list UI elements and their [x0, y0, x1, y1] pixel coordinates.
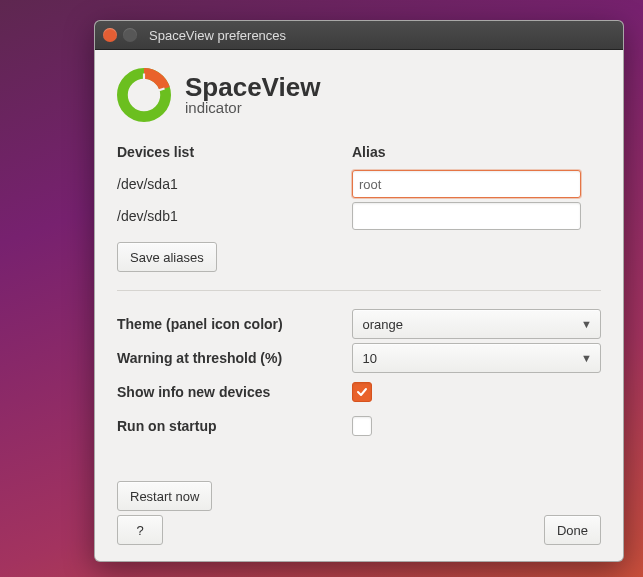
brand-block: SpaceView indicator [185, 74, 320, 116]
titlebar[interactable]: SpaceView preferences [95, 21, 623, 50]
theme-select[interactable]: orange ▼ [352, 309, 602, 339]
run-on-startup-checkbox[interactable] [352, 416, 372, 436]
separator [117, 290, 601, 291]
theme-label: Theme (panel icon color) [117, 316, 352, 332]
device-path: /dev/sdb1 [117, 208, 352, 224]
alias-header: Alias [352, 144, 601, 160]
alias-input[interactable] [352, 170, 581, 198]
restart-now-button[interactable]: Restart now [117, 481, 212, 511]
window-title: SpaceView preferences [149, 28, 286, 43]
chevron-down-icon: ▼ [581, 318, 592, 330]
run-on-startup-label: Run on startup [117, 418, 352, 434]
preferences-window: SpaceView preferences SpaceView indicato… [94, 20, 624, 562]
alias-input[interactable] [352, 202, 581, 230]
device-path: /dev/sda1 [117, 176, 352, 192]
show-new-devices-label: Show info new devices [117, 384, 352, 400]
threshold-label: Warning at threshold (%) [117, 350, 352, 366]
save-aliases-button[interactable]: Save aliases [117, 242, 217, 272]
close-icon[interactable] [103, 28, 117, 42]
threshold-select[interactable]: 10 ▼ [352, 343, 602, 373]
svg-point-3 [133, 84, 155, 106]
spaceview-logo-icon [117, 68, 171, 122]
show-new-devices-checkbox[interactable] [352, 382, 372, 402]
help-button[interactable]: ? [117, 515, 163, 545]
app-name: SpaceView [185, 74, 320, 101]
done-button[interactable]: Done [544, 515, 601, 545]
content-area: SpaceView indicator Devices list Alias /… [95, 50, 623, 561]
minimize-icon[interactable] [123, 28, 137, 42]
devices-list-header: Devices list [117, 144, 352, 160]
app-header: SpaceView indicator [117, 68, 601, 122]
threshold-value: 10 [363, 351, 377, 366]
theme-value: orange [363, 317, 403, 332]
chevron-down-icon: ▼ [581, 352, 592, 364]
